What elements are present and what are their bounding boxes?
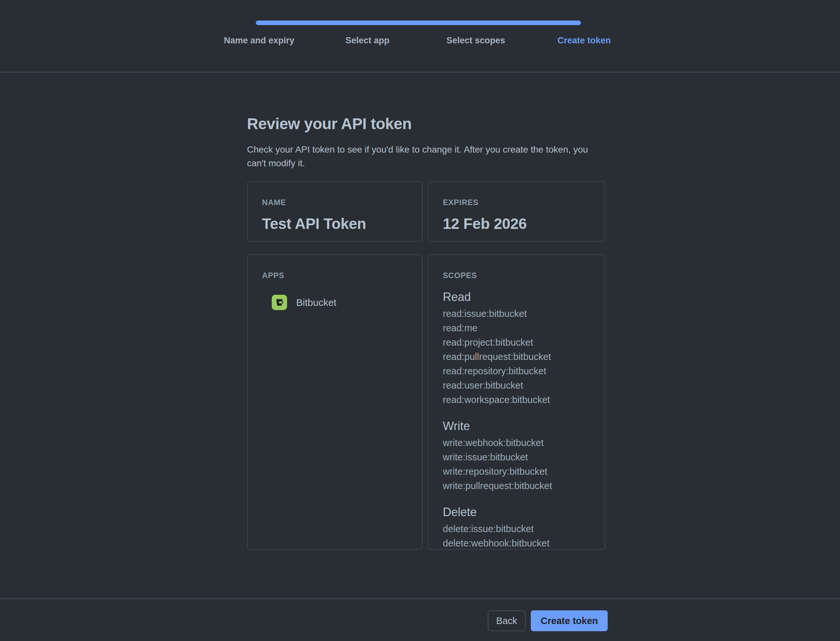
footer-actions: Back Create token [488, 610, 608, 631]
expires-card: EXPIRES 12 Feb 2026 [428, 181, 606, 242]
create-token-button[interactable]: Create token [531, 610, 608, 631]
footer-divider [0, 598, 840, 599]
name-card: NAME Test API Token [247, 181, 422, 242]
app-row: Bitbucket [272, 295, 408, 310]
scope-group-heading: Write [443, 419, 590, 434]
step-1-label[interactable]: Name and expiry [205, 34, 313, 47]
scopes-card-label: SCOPES [443, 271, 590, 280]
scope-group-delete: Deletedelete:issue:bitbucketdelete:webho… [443, 505, 590, 550]
apps-list: Bitbucket [262, 295, 408, 310]
scope-item: read:pullrequest:bitbucket [443, 349, 590, 364]
back-button[interactable]: Back [488, 610, 525, 631]
scope-item: read:repository:bitbucket [443, 364, 590, 378]
scope-item: read:me [443, 321, 590, 335]
scope-item: read:user:bitbucket [443, 378, 590, 393]
scope-group-read: Readread:issue:bitbucketread:meread:proj… [443, 290, 590, 407]
page-title: Review your API token [247, 115, 606, 133]
scope-group-write: Writewrite:webhook:bitbucketwrite:issue:… [443, 419, 590, 493]
scope-group-heading: Read [443, 290, 590, 304]
bitbucket-icon [272, 295, 287, 310]
scope-item: write:webhook:bitbucket [443, 436, 590, 450]
scope-item: delete:issue:bitbucket [443, 522, 590, 536]
apps-card-label: APPS [262, 271, 408, 280]
app-name: Bitbucket [296, 296, 336, 309]
wizard-header: Name and expirySelect appSelect scopesCr… [0, 0, 840, 73]
token-name-value: Test API Token [262, 214, 408, 233]
scope-item: read:workspace:bitbucket [443, 393, 590, 407]
page-description: Check your API token to see if you'd lik… [247, 143, 606, 170]
scope-group-heading: Delete [443, 505, 590, 520]
step-4-label[interactable]: Create token [530, 34, 639, 47]
review-section: Review your API token Check your API tok… [247, 115, 606, 550]
token-expiry-value: 12 Feb 2026 [443, 214, 590, 233]
wizard-steps: Name and expirySelect appSelect scopesCr… [205, 34, 638, 47]
scope-item: read:issue:bitbucket [443, 306, 590, 321]
review-cards: NAME Test API Token EXPIRES 12 Feb 2026 … [247, 181, 606, 550]
step-2-label[interactable]: Select app [313, 34, 422, 47]
wizard-progress-bar [256, 21, 581, 25]
scopes-list: Readread:issue:bitbucketread:meread:proj… [443, 290, 590, 550]
scope-item: delete:webhook:bitbucket [443, 536, 590, 550]
expires-card-label: EXPIRES [443, 198, 590, 207]
scope-item: write:issue:bitbucket [443, 450, 590, 464]
step-3-label[interactable]: Select scopes [422, 34, 530, 47]
scope-item: read:project:bitbucket [443, 335, 590, 349]
scopes-card: SCOPES Readread:issue:bitbucketread:mere… [428, 254, 606, 550]
scope-item: write:pullrequest:bitbucket [443, 478, 590, 493]
apps-card: APPS Bitbucket [247, 254, 422, 550]
name-card-label: NAME [262, 198, 408, 207]
scope-item: write:repository:bitbucket [443, 464, 590, 478]
